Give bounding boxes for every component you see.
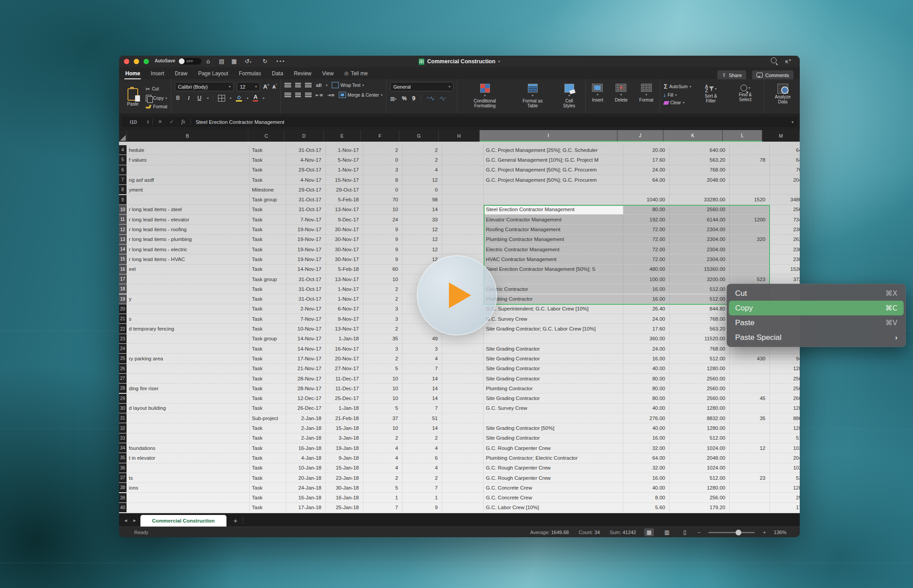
row-header-11[interactable]: 11	[119, 215, 127, 224]
cell-F9[interactable]: 70	[363, 195, 403, 204]
cell-B30[interactable]: d layout building	[127, 404, 250, 413]
cell-F4[interactable]: 2	[363, 145, 403, 155]
column-header-F[interactable]: F	[361, 130, 399, 142]
cell-B29[interactable]	[127, 394, 250, 403]
column-header-G[interactable]: G	[399, 130, 439, 142]
cell-I9[interactable]	[484, 195, 623, 204]
zoom-slider[interactable]	[708, 532, 755, 533]
cell-B19[interactable]: y	[127, 294, 250, 304]
row-header-7[interactable]: 7	[119, 175, 127, 184]
cell-I39[interactable]: G.C. Concrete Crew	[484, 493, 623, 502]
cell-I8[interactable]	[484, 185, 623, 194]
row-header-15[interactable]: 15	[119, 254, 127, 264]
cell-B10[interactable]: r long lead items - steel	[127, 205, 250, 214]
cell-M6[interactable]: 768.	[770, 165, 800, 175]
cell-D25[interactable]: 17-Nov-17	[286, 354, 326, 363]
comments-button[interactable]: Comments	[752, 70, 794, 80]
shrink-font-button[interactable]: Aˇ	[272, 84, 277, 90]
cell-I35[interactable]: Plumbing Contractor; Electric Contractor	[484, 453, 623, 462]
cell-F34[interactable]: 4	[363, 443, 403, 453]
cell-M39[interactable]: 256.	[770, 493, 800, 502]
cell-J39[interactable]: 8.00	[623, 493, 670, 502]
cell-I38[interactable]: G.C. Concrete Crew	[484, 483, 623, 492]
cell-J10[interactable]: 80.00	[623, 205, 670, 214]
row-header-25[interactable]: 25	[119, 354, 127, 363]
cell-B34[interactable]: foundations	[127, 443, 250, 453]
cell-M7[interactable]: 2048.	[770, 175, 800, 184]
cell-K19[interactable]: 512.00	[670, 294, 730, 304]
row-header-6[interactable]: 6	[119, 165, 127, 175]
cell-K25[interactable]: 512.00	[670, 354, 730, 363]
cell-E16[interactable]: 5-Feb-18	[326, 265, 363, 274]
cell-F31[interactable]: 37	[363, 413, 403, 423]
cell-G39[interactable]: 1	[403, 493, 442, 502]
cell-E27[interactable]: 11-Dec-17	[326, 374, 363, 383]
row-header-35[interactable]: 35	[119, 453, 127, 462]
cell-E24[interactable]: 16-Nov-17	[326, 344, 363, 353]
row-header-26[interactable]: 26	[119, 364, 127, 373]
cell-B40[interactable]	[127, 503, 250, 512]
accounting-format-icon[interactable]: ▥▾	[390, 96, 396, 102]
row-header-8[interactable]: 8	[119, 185, 127, 194]
underline-button[interactable]: U	[196, 95, 202, 101]
cell-M37[interactable]: 535.	[770, 473, 800, 482]
cell-K18[interactable]: 512.00	[670, 284, 730, 294]
cell-J5[interactable]: 17.60	[623, 155, 670, 164]
context-menu-item-paste-special[interactable]: Paste Special›	[729, 330, 904, 345]
comma-style-icon[interactable]: 𝟫	[412, 95, 415, 102]
cell-E14[interactable]: 30-Nov-17	[326, 245, 363, 254]
cell-C37[interactable]: Task	[250, 473, 286, 482]
cell-G6[interactable]: 4	[403, 165, 442, 175]
normal-view-icon[interactable]: ▦	[644, 528, 654, 536]
row-header-27[interactable]: 27	[119, 374, 127, 383]
cell-E9[interactable]: 5-Feb-18	[326, 195, 363, 204]
cell-D32[interactable]: 2-Jan-18	[286, 423, 326, 433]
cell-I15[interactable]: HVAC Contractor Management	[484, 254, 623, 264]
cell-G33[interactable]: 2	[403, 433, 442, 443]
cell-E39[interactable]: 16-Jan-18	[326, 493, 363, 502]
cell-I30[interactable]: G.C. Survey Crew	[484, 404, 623, 413]
cell-D29[interactable]: 12-Dec-17	[286, 394, 326, 403]
ribbon-tab-tell-me[interactable]: ◎Tell me	[344, 70, 368, 77]
ribbon-tab-draw[interactable]: Draw	[175, 70, 187, 77]
cell-M28[interactable]: 2560.	[770, 384, 800, 393]
cell-G5[interactable]: 2	[403, 155, 442, 164]
cell-C4[interactable]: Task	[250, 145, 286, 155]
cell-K20[interactable]: 844.80	[670, 304, 730, 314]
cell-H8[interactable]	[442, 185, 484, 194]
cell-H4[interactable]	[442, 145, 484, 155]
cell-D4[interactable]: 31-Oct-17	[286, 145, 326, 155]
cell-M32[interactable]: 1280.	[770, 423, 800, 433]
cell-J12[interactable]: 72.00	[623, 225, 670, 234]
cell-K21[interactable]: 768.00	[670, 314, 730, 323]
cell-B7[interactable]: ng asf asdf	[127, 175, 250, 184]
add-sheet-button[interactable]: +	[231, 517, 243, 527]
cell-H35[interactable]	[442, 453, 484, 462]
cell-L27[interactable]	[730, 374, 770, 383]
cell-H23[interactable]	[442, 334, 484, 343]
cell-J32[interactable]: 40.00	[623, 423, 670, 433]
cell-M27[interactable]: 2560.	[770, 374, 800, 383]
cell-J13[interactable]: 72.00	[623, 235, 670, 244]
cell-M17[interactable]: 3723.	[770, 274, 800, 284]
cell-K23[interactable]: 11520.00	[670, 334, 730, 343]
grow-font-button[interactable]: A^	[263, 83, 269, 90]
prev-sheet-arrow-icon[interactable]: ◂	[124, 517, 127, 523]
cell-I32[interactable]: Site Grading Contractor [50%]	[484, 423, 623, 433]
cell-J9[interactable]: 1040.00	[623, 195, 670, 204]
cell-E4[interactable]: 1-Nov-17	[326, 145, 363, 155]
cell-K6[interactable]: 768.00	[670, 165, 730, 175]
cell-M8[interactable]	[770, 185, 800, 194]
cell-K12[interactable]: 2304.00	[670, 225, 730, 234]
cell-B36[interactable]	[127, 463, 250, 473]
cell-I20[interactable]: G.C. Superintendent; G.C. Labor Crew [10…	[484, 304, 623, 314]
merge-center-button[interactable]: Merge & Center▾	[339, 92, 383, 98]
increase-indent-icon[interactable]: ⇥≡	[327, 93, 335, 98]
cell-K31[interactable]: 8832.00	[670, 413, 730, 423]
cell-B13[interactable]: r long lead items - plumbing	[127, 235, 250, 244]
cell-B17[interactable]	[127, 274, 250, 284]
cell-G10[interactable]: 14	[403, 205, 442, 214]
ribbon-tab-page-layout[interactable]: Page Layout	[198, 70, 228, 77]
row-header-28[interactable]: 28	[119, 384, 127, 393]
cell-E40[interactable]: 25-Jan-18	[326, 503, 363, 512]
